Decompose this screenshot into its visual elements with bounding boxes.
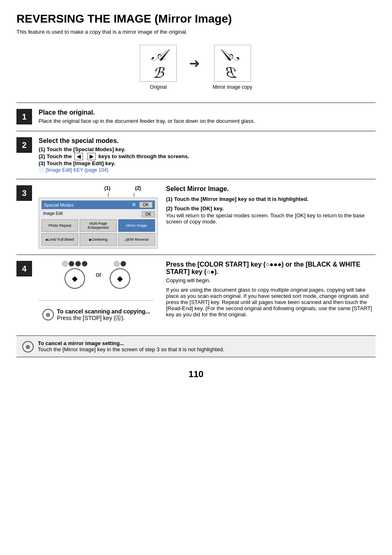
step-4-inner: ◆ or ◆ (39, 261, 376, 322)
original-box: 𝒜 ℬ Original (140, 45, 177, 90)
circle-black3 (82, 261, 88, 267)
step-1: 1 Place the original. Place the original… (16, 102, 376, 131)
bw-circle-white (114, 261, 120, 267)
step-3-inner: (1) (2) | | Special Modes ⚙ OK Image Edi… (39, 185, 376, 249)
step-2-sub3: (3) Touch the [Image Edit] key. (39, 160, 376, 166)
screen-btn-bw-reverse[interactable]: △ B/W Reverse (118, 233, 155, 246)
or-text: or (96, 271, 101, 279)
step-2: 2 Select the special modes. (1) Touch th… (16, 131, 376, 179)
screen-btn-centering[interactable]: ◆ Centering (80, 233, 116, 246)
step-3-desc: You will return to the special modes scr… (166, 212, 376, 225)
step-4-desc1: Copying will begin. (166, 277, 376, 283)
step-4-desc2: If you are using the document glass to c… (166, 287, 376, 318)
color-start-key: ◆ (62, 261, 88, 289)
step-4-buttons: ◆ or ◆ (62, 261, 130, 289)
color-start-button[interactable]: ◆ (65, 268, 85, 289)
step-3-right: Select Mirror Image. (1) Touch the [Mirr… (166, 185, 376, 226)
step-1-desc: Place the original face up in the docume… (39, 118, 376, 124)
screen-btn-multipage[interactable]: Multi-Page Enlargement (80, 219, 116, 232)
note-icon: ⊗ (22, 341, 34, 352)
bottom-note: ⊗ To cancel a mirror image setting... To… (16, 335, 376, 357)
cancel-text: To cancel scanning and copying... Press … (57, 308, 150, 322)
step-3-content: (1) (2) | | Special Modes ⚙ OK Image Edi… (39, 185, 376, 249)
note-body: Touch the [Mirror Image] key in the scre… (38, 346, 224, 352)
cancel-desc: Press the [STOP] key (Ⓢ). (57, 315, 125, 321)
cancel-row: ⊗ To cancel scanning and copying... Pres… (42, 308, 150, 322)
original-image: 𝒜 ℬ (140, 45, 177, 82)
note-content: To cancel a mirror image setting... Touc… (38, 340, 224, 352)
step-3-number: 3 (16, 185, 32, 201)
callout-labels: (1) (2) (104, 185, 158, 191)
step-3-title: Select Mirror Image. (166, 185, 376, 193)
original-label: Original (150, 84, 167, 90)
arrow-key-right: ▶ (87, 153, 96, 160)
step-2-sub2: (2) Touch the ◀ ▶ keys to switch through… (39, 153, 376, 159)
screen-buttons-grid: Photo Repeat Multi-Page Enlargement Mirr… (42, 219, 155, 232)
step-4: 4 ◆ (16, 254, 376, 328)
step-1-number: 1 (16, 109, 32, 124)
illustration-area: 𝒜 ℬ Original ➜ 𝒜 ℬ Mirror image copy (16, 45, 376, 90)
step-4-title: Press the [COLOR START] key (○●●●) or th… (166, 261, 376, 276)
note-title: To cancel a mirror image setting... (38, 340, 224, 346)
callout-1-label: (1) (104, 185, 111, 191)
bw-start-button[interactable]: ◆ (110, 268, 130, 289)
callout-2-label: (2) (135, 185, 141, 191)
screen-section-label: Image Edit (42, 211, 65, 216)
step-3-sub2: (2) Touch the [OK] key. (166, 205, 376, 212)
screen-ok1[interactable]: OK (139, 202, 152, 208)
circle-black1 (69, 261, 74, 267)
arrow-key-left: ◀ (74, 153, 83, 160)
step-4-number: 4 (16, 261, 32, 276)
screen-buttons-grid2: ■ Limit/ Full Bleed ◆ Centering △ B/W Re… (42, 233, 155, 246)
step-4-right: Press the [COLOR START] key (○●●●) or th… (166, 261, 376, 318)
screen-btn-limit[interactable]: ■ Limit/ Full Bleed (42, 233, 78, 246)
page-title: REVERSING THE IMAGE (Mirror Image) (16, 12, 376, 25)
screen-btn-photo-repeat[interactable]: Photo Repeat (42, 219, 78, 232)
arrow-icon: ➜ (189, 55, 200, 71)
screen-image-edit-row: Image Edit OK (42, 211, 155, 218)
cancel-title: To cancel scanning and copying... (57, 308, 150, 315)
stop-icon: ⊗ (42, 309, 54, 320)
screen-ok2[interactable]: OK (142, 211, 155, 217)
mirror-label: Mirror image copy (212, 84, 252, 90)
step-3-sub1: (1) Touch the [Mirror Image] key so that… (166, 196, 376, 202)
circle-black2 (75, 261, 81, 267)
step-1-title: Place the original. (39, 109, 376, 116)
screen-btn-mirror-image[interactable]: Mirror Image (118, 219, 155, 232)
screen-mockup: Special Modes ⚙ OK Image Edit OK Photo R… (39, 198, 158, 249)
step-1-content: Place the original. Place the original f… (39, 109, 376, 125)
step-4-content: ◆ or ◆ (39, 261, 376, 322)
bw-start-key: ◆ (110, 261, 130, 289)
screen-special-modes-label: Special Modes (44, 203, 74, 207)
step-2-number: 2 (16, 137, 32, 153)
mirror-image: 𝒜 ℬ (214, 45, 251, 82)
circle-white (62, 261, 68, 267)
step-3: 3 (1) (2) | | Special Modes ⚙ (16, 179, 376, 254)
dashed-separator (39, 300, 154, 301)
mirror-box: 𝒜 ℬ Mirror image copy (212, 45, 252, 90)
callout-arrows: | | (108, 192, 158, 197)
bw-circle-black (120, 261, 126, 267)
step-2-link: 📄 [Image Edit] KEY (page 104) (39, 167, 376, 173)
page-number: 110 (16, 369, 376, 380)
step-2-content: Select the special modes. (1) Touch the … (39, 137, 376, 173)
bw-circles (114, 261, 126, 267)
screen-top-bar: Special Modes ⚙ OK (42, 200, 155, 209)
page-subtitle: This feature is used to make a copy that… (16, 29, 376, 35)
step-2-sub1: (1) Touch the [Special Modes] key. (39, 146, 376, 152)
step-3-screen-area: (1) (2) | | Special Modes ⚙ OK Image Edi… (39, 185, 158, 249)
color-circles (62, 261, 88, 267)
step-4-left: ◆ or ◆ (39, 261, 154, 322)
step-2-title: Select the special modes. (39, 137, 376, 145)
